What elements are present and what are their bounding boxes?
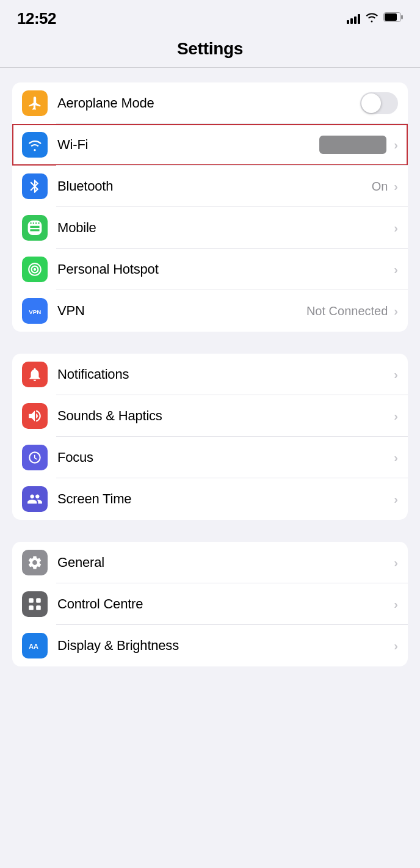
svg-rect-5 — [36, 598, 41, 603]
vpn-label: VPN — [57, 303, 306, 319]
display-brightness-chevron: › — [394, 639, 398, 653]
bluetooth-icon — [22, 173, 48, 199]
hotspot-icon — [22, 257, 48, 282]
status-time: 12:52 — [17, 9, 56, 28]
bluetooth-chevron: › — [394, 180, 398, 194]
vpn-row[interactable]: VPN VPN Not Connected › — [12, 290, 408, 332]
general-chevron: › — [394, 556, 398, 570]
notifications-group: Notifications › Sounds & Haptics › Focus… — [12, 354, 408, 520]
system-group: General › Control Centre › AA Display & … — [12, 542, 408, 666]
wifi-network-name — [319, 136, 386, 154]
mobile-chevron: › — [394, 221, 398, 235]
sounds-haptics-chevron: › — [394, 409, 398, 423]
general-label: General — [57, 555, 391, 571]
notifications-label: Notifications — [57, 367, 391, 382]
wifi-status-icon — [365, 12, 378, 25]
display-brightness-row[interactable]: AA Display & Brightness › — [12, 625, 408, 666]
sounds-haptics-label: Sounds & Haptics — [57, 408, 391, 424]
screen-time-icon — [22, 486, 48, 512]
vpn-chevron: › — [394, 304, 398, 318]
screen-time-chevron: › — [394, 492, 398, 506]
display-brightness-label: Display & Brightness — [57, 638, 391, 654]
battery-icon — [383, 12, 403, 24]
personal-hotspot-chevron: › — [394, 263, 398, 277]
sounds-icon — [22, 403, 48, 429]
focus-icon — [22, 445, 48, 470]
bluetooth-row[interactable]: Bluetooth On › — [12, 166, 408, 207]
focus-label: Focus — [57, 450, 391, 465]
focus-row[interactable]: Focus › — [12, 437, 408, 478]
mobile-icon — [22, 215, 48, 241]
vpn-value: Not Connected — [306, 304, 388, 318]
focus-chevron: › — [394, 451, 398, 465]
aeroplane-mode-row[interactable]: Aeroplane Mode — [12, 82, 408, 124]
svg-text:VPN: VPN — [29, 308, 41, 315]
status-icons — [347, 12, 403, 25]
svg-text:AA: AA — [29, 643, 38, 650]
screen-time-row[interactable]: Screen Time › — [12, 478, 408, 520]
wifi-label: Wi-Fi — [57, 137, 319, 153]
screen-time-label: Screen Time — [57, 491, 391, 507]
control-centre-label: Control Centre — [57, 596, 391, 612]
notifications-icon — [22, 362, 48, 387]
svg-rect-4 — [29, 598, 34, 603]
wifi-row[interactable]: Wi-Fi › — [12, 124, 408, 166]
signal-icon — [347, 13, 360, 24]
control-centre-row[interactable]: Control Centre › — [12, 583, 408, 625]
sounds-haptics-row[interactable]: Sounds & Haptics › — [12, 395, 408, 437]
svg-rect-7 — [36, 605, 41, 610]
svg-rect-1 — [401, 15, 403, 20]
status-bar: 12:52 — [0, 0, 420, 33]
vpn-icon: VPN — [22, 298, 48, 324]
display-brightness-icon: AA — [22, 633, 48, 658]
mobile-row[interactable]: Mobile › — [12, 207, 408, 249]
notifications-chevron: › — [394, 368, 398, 382]
aeroplane-mode-label: Aeroplane Mode — [57, 95, 360, 111]
svg-rect-2 — [385, 13, 397, 21]
personal-hotspot-label: Personal Hotspot — [57, 261, 391, 277]
general-row[interactable]: General › — [12, 542, 408, 583]
aeroplane-icon — [22, 90, 48, 116]
mobile-label: Mobile — [57, 220, 391, 236]
nav-bar: Settings — [0, 33, 420, 68]
bluetooth-value: On — [372, 180, 388, 194]
settings-content: Aeroplane Mode Wi-Fi › Bluetooth On › — [0, 68, 420, 681]
connectivity-group: Aeroplane Mode Wi-Fi › Bluetooth On › — [12, 82, 408, 332]
wifi-icon — [22, 132, 48, 158]
general-icon — [22, 550, 48, 575]
personal-hotspot-row[interactable]: Personal Hotspot › — [12, 249, 408, 290]
page-title: Settings — [177, 39, 243, 58]
wifi-chevron: › — [394, 138, 398, 152]
control-centre-icon — [22, 591, 48, 617]
notifications-row[interactable]: Notifications › — [12, 354, 408, 395]
aeroplane-mode-toggle[interactable] — [360, 92, 398, 114]
control-centre-chevron: › — [394, 597, 398, 611]
svg-rect-6 — [29, 605, 34, 610]
bluetooth-label: Bluetooth — [57, 178, 372, 194]
